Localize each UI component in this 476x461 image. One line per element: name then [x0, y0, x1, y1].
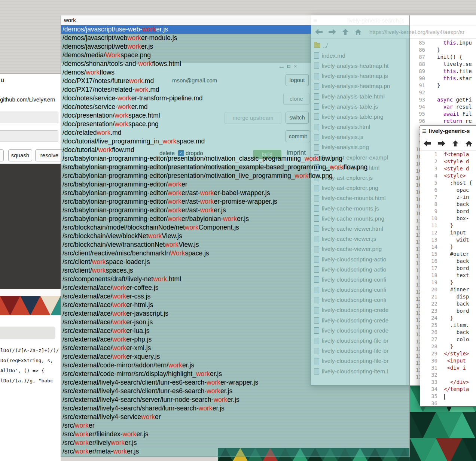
search-result-item[interactable]: /src/external/ace/worker-json.js: [61, 318, 409, 327]
search-result-item[interactable]: /src/babylonian-programming-editor/worke…: [61, 180, 409, 189]
search-result-item[interactable]: /src/babylonian-programming-editor/prese…: [61, 163, 409, 172]
editor-line[interactable]: 36: [420, 400, 476, 407]
back-icon[interactable]: [423, 140, 431, 147]
search-result-item[interactable]: /demos/javascript/webworker-module.js: [61, 34, 409, 42]
editor-line[interactable]: 32: [420, 371, 476, 379]
editor-line[interactable]: 28 }: [420, 343, 476, 350]
editor-line[interactable]: 91}: [410, 82, 476, 89]
search-result-item[interactable]: /demos/javascript/webworker.js: [61, 42, 409, 51]
editor-line[interactable]: 4<style>: [420, 172, 476, 179]
search-result-item[interactable]: /src/babylonian-programming-editor/prese…: [61, 154, 409, 163]
search-result-item[interactable]: /demos/workflows: [61, 68, 409, 77]
search-result-item[interactable]: /src/worker/meta-worker.js: [61, 447, 409, 456]
editor-line[interactable]: 3<style d: [420, 165, 476, 172]
search-result-item[interactable]: /src/worker: [61, 421, 409, 430]
template-editor[interactable]: 1f<templa2<style d3<style d4<style>5 :ho…: [420, 150, 476, 406]
search-result-item[interactable]: /src/babylonian-programming-editor/prese…: [61, 172, 409, 180]
editor-line[interactable]: 86}: [410, 46, 476, 54]
editor-line[interactable]: 90 this.star: [410, 75, 476, 82]
forward-icon[interactable]: [437, 140, 446, 147]
editor-line[interactable]: 30 <input: [420, 357, 476, 364]
search-result-item[interactable]: /demos/media/Workspace.png: [61, 51, 409, 60]
search-result-item[interactable]: /doc/notes/service-worker.md: [61, 103, 409, 111]
editor-line[interactable]: 17 bord: [420, 265, 476, 272]
search-result-item[interactable]: /src/external/ace/worker-lua.js: [61, 327, 409, 335]
search-result-item[interactable]: /src/external/ace/worker-css.js: [61, 292, 409, 301]
editor-line[interactable]: 7 z-in: [420, 194, 476, 201]
editor-line[interactable]: 95 await Fil: [410, 110, 476, 118]
search-result-item[interactable]: /doc/presentation/workspace.html: [61, 111, 409, 120]
search-result-item[interactable]: /src/external/lively4-search/server/lunr…: [61, 395, 409, 404]
editor-line[interactable]: 19 }: [420, 279, 476, 286]
search-result-item[interactable]: /src/external/lively4-search/shared/lunr…: [61, 404, 409, 413]
search-result-item[interactable]: /src/external/ace/worker-html.js: [61, 301, 409, 309]
editor-line[interactable]: 23 bord: [420, 307, 476, 315]
editor-title-bar[interactable]: ≡ lively-generic-s: [420, 126, 476, 136]
editor-line[interactable]: 11 }: [420, 222, 476, 229]
search-result-item[interactable]: /src/external/ace/worker-xquery.js: [61, 352, 409, 361]
editor-line[interactable]: 15 #outer: [420, 251, 476, 258]
search-result-item[interactable]: /demos/shonan/tools-and-workflows.html: [61, 60, 409, 68]
editor-line[interactable]: 85 this.inpu: [410, 39, 476, 46]
editor-line[interactable]: 33 </div>: [420, 379, 476, 386]
editor-line[interactable]: 20 #inner: [420, 286, 476, 293]
editor-line[interactable]: 5 :host {: [420, 179, 476, 186]
search-result-item[interactable]: /src/components/draft/lively-network.htm…: [61, 275, 409, 283]
editor-line[interactable]: 27 colo: [420, 336, 476, 343]
editor-line[interactable]: 34</templa: [420, 386, 476, 393]
search-result-item[interactable]: /doc/notes/service-worker-transform-pipe…: [61, 94, 409, 103]
editor-line[interactable]: 87init() {: [410, 54, 476, 61]
editor-line[interactable]: 10 box-: [420, 215, 476, 222]
editor-line[interactable]: 92: [410, 89, 476, 96]
search-result-item[interactable]: /src/external/code-mirror/src/display/hi…: [61, 370, 409, 378]
clipped-button[interactable]: f: [0, 149, 4, 161]
search-result-item[interactable]: /demos/javascript/use-web-worker.js: [61, 25, 311, 34]
editor-line[interactable]: 16 back: [420, 258, 476, 265]
search-result-item[interactable]: /src/external/code-mirror/addon/tern/wor…: [61, 361, 409, 370]
search-result-item[interactable]: /doc/presentation/workspace.png: [61, 120, 409, 128]
editor-line[interactable]: 96 return re: [410, 118, 476, 125]
search-result-item[interactable]: /doc/tutorial/workflow.md: [61, 146, 409, 154]
editor-line[interactable]: 2<style d: [420, 158, 476, 165]
editor-line[interactable]: 6 opac: [420, 186, 476, 194]
editor-line[interactable]: 1f<templa: [420, 151, 476, 158]
menu-icon[interactable]: ≡: [422, 127, 426, 134]
search-result-item[interactable]: /src/worker/livelyworker.js: [61, 439, 409, 447]
search-result-item[interactable]: /doc/PX17/notes/related-work.md: [61, 85, 409, 94]
home-icon[interactable]: [465, 140, 473, 147]
search-result-item[interactable]: /src/external/ace/worker-coffee.js: [61, 283, 409, 292]
editor-line[interactable]: 31 <div i: [420, 364, 476, 371]
up-icon[interactable]: [452, 140, 459, 147]
squash-button[interactable]: squash: [8, 149, 32, 161]
editor-line[interactable]: 9 bord: [420, 208, 476, 215]
search-result-item[interactable]: /doc/tutorial/live_programming_in_worksp…: [61, 137, 409, 146]
editor-line[interactable]: 14 }: [420, 243, 476, 251]
search-result-item[interactable]: /src/client/reactive/misc/benchmarkInWor…: [61, 249, 409, 258]
search-result-item[interactable]: /src/external/lively4-serviceworker: [61, 413, 409, 421]
search-result-item[interactable]: /src/babylonian-programming-editor/worke…: [61, 197, 409, 206]
left-input-field-1[interactable]: [0, 112, 58, 123]
search-result-item[interactable]: /src/babylonian-programming-editor/worke…: [61, 215, 409, 223]
editor-line[interactable]: 93async getFi: [410, 96, 476, 103]
search-result-item[interactable]: /src/babylonian-programming-editor/worke…: [61, 189, 409, 197]
editor-line[interactable]: 94 var resul: [410, 103, 476, 110]
search-result-item[interactable]: /src/babylonian-programming-editor/worke…: [61, 206, 409, 215]
search-result-item[interactable]: /src/external/ace/worker-xml.js: [61, 344, 409, 352]
search-result-item[interactable]: /src/blockchain/model/blockchainNode/net…: [61, 223, 409, 232]
search-result-item[interactable]: /src/external/ace/worker-javascript.js: [61, 309, 409, 318]
search-result-item[interactable]: /src/external/lively4-search/client/lunr…: [61, 387, 409, 395]
search-result-item[interactable]: /src/blockchain/view/blockNetworkView.js: [61, 232, 409, 240]
editor-line[interactable]: 29</style>: [420, 350, 476, 357]
editor-line[interactable]: 8 back: [420, 201, 476, 208]
editor-line[interactable]: 22 back: [420, 300, 476, 307]
search-result-item[interactable]: /src/client/workspaces.js: [61, 266, 409, 275]
editor-line[interactable]: 18 text: [420, 272, 476, 279]
editor-line[interactable]: 13 widt: [420, 236, 476, 243]
editor-line[interactable]: 25 .item.: [420, 322, 476, 329]
search-query-field[interactable]: work: [61, 15, 410, 25]
editor-line[interactable]: 21 disp: [420, 293, 476, 300]
search-result-item[interactable]: /src/blockchain/view/transactionNetworkV…: [61, 240, 409, 249]
search-result-item[interactable]: /src/external/lively4-search/client/lunr…: [61, 378, 409, 387]
search-result-item[interactable]: /doc/relatedwork.md: [61, 128, 409, 137]
editor-line[interactable]: 89 this.file: [410, 68, 476, 75]
